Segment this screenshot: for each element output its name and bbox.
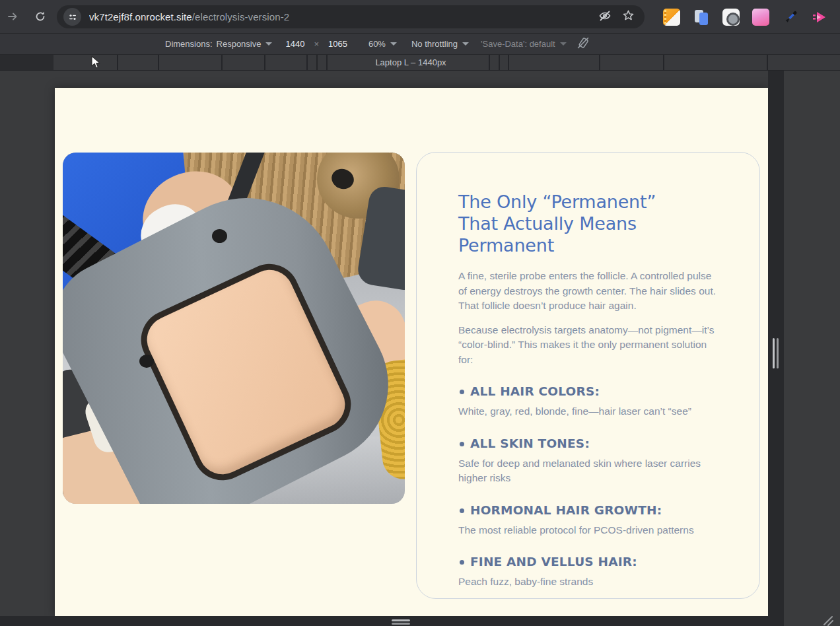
bullet-text: The most reliable protocol for PCOS-driv… — [458, 523, 717, 538]
bullet-text: White, gray, red, blonde, fine—hair lase… — [458, 404, 717, 419]
eyedropper-extension-icon[interactable] — [782, 9, 799, 26]
viewport-width-input[interactable]: 1440 — [285, 39, 304, 49]
breakpoints-bar-offset — [0, 55, 53, 70]
list-item: FINE AND VELLUS HAIR: Peach fuzz, baby-f… — [458, 555, 717, 590]
dimensions-label: Dimensions: — [165, 39, 213, 49]
viewport-height-input[interactable]: 1065 — [328, 39, 347, 49]
bullet-heading: FINE AND VELLUS HAIR: — [458, 555, 717, 569]
vertical-scrollbar[interactable] — [768, 71, 784, 626]
forward-icon[interactable] — [1, 5, 24, 28]
rotate-disabled-icon — [576, 36, 590, 52]
list-item: HORMONAL HAIR GROWTH: The most reliable … — [458, 503, 717, 538]
viewport-stage: The Only “Permanent” That Actually Means… — [0, 71, 840, 626]
corner-resize-grip[interactable] — [820, 613, 835, 626]
bookmark-star-icon[interactable] — [621, 9, 635, 25]
multiply-sign: × — [314, 39, 319, 49]
zoom-value: 60% — [368, 39, 386, 49]
paragraph: Because electrolysis targets anatomy—not… — [458, 323, 717, 368]
reload-icon[interactable] — [29, 5, 52, 28]
treatment-photo — [63, 153, 405, 504]
palette-extension-icon[interactable] — [752, 9, 769, 26]
bullet-heading: ALL SKIN TONES: — [458, 436, 717, 450]
list-item: ALL SKIN TONES: Safe for deep and melana… — [458, 436, 717, 486]
zoom-dropdown[interactable]: 60% — [368, 39, 397, 49]
address-bar[interactable]: vk7t2ejf8f.onrocket.site/electrolysis-ve… — [57, 5, 645, 28]
extensions-row — [663, 5, 829, 28]
chevron-down-icon — [560, 42, 567, 46]
clipboard-extension-icon[interactable] — [693, 9, 710, 26]
horizontal-scrollbar[interactable] — [0, 616, 784, 626]
chevron-down-icon — [265, 42, 272, 46]
mouse-cursor — [91, 55, 102, 73]
throttling-value: No throttling — [411, 39, 458, 49]
section-heading: The Only “Permanent” That Actually Means… — [458, 191, 691, 256]
resize-handle-right[interactable] — [777, 338, 779, 368]
breakpoints-bar[interactable]: Laptop L – 1440px — [0, 55, 840, 71]
save-data-dropdown[interactable]: 'Save-Data': default — [481, 39, 567, 49]
info-card: The Only “Permanent” That Actually Means… — [416, 152, 760, 599]
dimensions-mode-dropdown[interactable]: Responsive — [217, 39, 273, 49]
list-item: ALL HAIR COLORS: White, gray, red, blond… — [458, 384, 717, 419]
bullet-text: Peach fuzz, baby-fine strands — [458, 574, 717, 590]
breakpoint-label[interactable]: Laptop L – 1440px — [375, 57, 446, 67]
chevron-down-icon — [462, 42, 469, 46]
resize-handle-bottom[interactable] — [392, 623, 410, 625]
site-info-icon[interactable] — [63, 8, 81, 26]
device-toolbar: Dimensions: Responsive 1440 × 1065 60% N… — [0, 34, 840, 55]
paragraph: A fine, sterile probe enters the follicl… — [458, 269, 717, 314]
bullet-heading: ALL HAIR COLORS: — [458, 384, 717, 398]
bullet-text: Safe for deep and melanated skin where l… — [458, 456, 717, 486]
photo-device-screw — [212, 229, 227, 243]
bullet-heading: HORMONAL HAIR GROWTH: — [458, 503, 717, 517]
photo-device-screw — [139, 355, 154, 368]
chevron-down-icon — [390, 42, 397, 46]
hide-preview-icon[interactable] — [598, 9, 612, 26]
url-path: /electrolysis-version-2 — [192, 11, 289, 22]
benefits-list: ALL HAIR COLORS: White, gray, red, blond… — [458, 384, 717, 590]
resize-handle-right[interactable] — [773, 338, 775, 368]
resize-handle-bottom[interactable] — [392, 619, 410, 621]
video-speed-extension-icon[interactable] — [812, 9, 829, 26]
webpage: The Only “Permanent” That Actually Means… — [55, 88, 768, 616]
save-data-value: 'Save-Data': default — [481, 39, 555, 49]
browser-toolbar: vk7t2ejf8f.onrocket.site/electrolysis-ve… — [0, 0, 840, 34]
dimensions-mode-value: Responsive — [217, 39, 262, 49]
url-text[interactable]: vk7t2ejf8f.onrocket.site/electrolysis-ve… — [89, 11, 598, 22]
notes-extension-icon[interactable] — [663, 9, 680, 26]
camera-extension-icon[interactable] — [722, 9, 740, 26]
url-domain: vk7t2ejf8f.onrocket.site — [89, 11, 192, 22]
throttling-dropdown[interactable]: No throttling — [411, 39, 469, 49]
